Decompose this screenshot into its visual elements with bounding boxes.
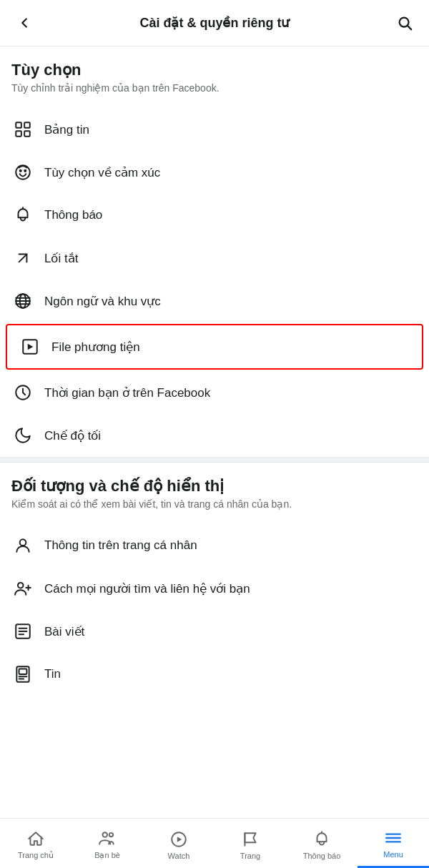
svg-point-6 [16, 165, 30, 179]
svg-rect-5 [24, 131, 30, 137]
trang-chu-nav-label: Trang chủ [18, 851, 54, 860]
trang-nav-label: Trang [240, 852, 260, 860]
nav-item-trang-chu[interactable]: Trang chủ [0, 819, 72, 868]
media-icon [19, 335, 41, 358]
watch-icon [169, 830, 188, 849]
header: Cài đặt & quyền riêng tư [0, 0, 429, 46]
profile-icon [11, 534, 34, 557]
menu-item-thoi-gian[interactable]: Thời gian bạn ở trên Facebook [0, 371, 429, 414]
thong-bao-label: Thông báo [44, 208, 102, 222]
menu-item-che-do-toi[interactable]: Chế độ tối [0, 414, 429, 457]
svg-rect-27 [19, 669, 27, 674]
che-do-toi-label: Chế độ tối [44, 428, 101, 443]
svg-point-7 [20, 170, 21, 172]
menu-item-bai-viet[interactable]: Bài viết [0, 610, 429, 653]
ban-be-nav-label: Bạn bè [94, 851, 120, 860]
section-title-doi-tuong: Đối tượng và chế độ hiển thị [11, 477, 418, 495]
shortcut-icon [11, 247, 34, 270]
nav-item-ban-be[interactable]: Bạn bè [72, 819, 143, 868]
menu-icon [384, 829, 403, 847]
menu-item-tuy-chon-cam-xuc[interactable]: Tùy chọn về cảm xúc [0, 151, 429, 194]
svg-rect-2 [16, 122, 21, 128]
thong-tin-ca-nhan-label: Thông tin trên trang cá nhân [44, 538, 197, 553]
home-icon [26, 829, 45, 848]
section-divider [0, 457, 429, 463]
page-title: Cài đặt & quyền riêng tư [37, 15, 392, 31]
menu-item-tin[interactable]: Tin [0, 653, 429, 696]
svg-point-18 [20, 539, 26, 546]
menu-nav-label: Menu [383, 850, 403, 859]
svg-point-19 [18, 583, 24, 588]
svg-line-1 [408, 26, 411, 29]
section-subtitle-doi-tuong: Kiểm soát ai có thể xem bài viết, tin và… [11, 498, 418, 510]
thong-bao-nav-label: Thông báo [303, 852, 341, 860]
loi-tat-label: Lối tắt [44, 251, 78, 266]
section-doi-tuong: Đối tượng và chế độ hiển thị Kiểm soát a… [0, 463, 429, 524]
bell-icon [11, 204, 34, 227]
bottom-nav: Trang chủ Bạn bè Watch [0, 818, 429, 868]
bell-nav-icon [312, 830, 331, 849]
add-friend-icon [11, 577, 34, 600]
news-feed-icon [11, 118, 34, 141]
cach-tim-kiem-label: Cách mọi người tìm và liên hệ với bạn [44, 581, 250, 596]
nav-item-trang[interactable]: Trang [214, 819, 286, 868]
ngon-ngu-label: Ngôn ngữ và khu vực [44, 294, 161, 309]
tin-label: Tin [44, 667, 61, 681]
svg-point-31 [109, 833, 113, 837]
section-title-tuy-chon: Tùy chọn [11, 61, 418, 79]
nav-item-menu[interactable]: Menu [358, 819, 429, 868]
post-icon [11, 620, 34, 643]
friends-icon [98, 829, 117, 848]
bai-viet-label: Bài viết [44, 624, 84, 639]
tuy-chon-cam-xuc-label: Tùy chọn về cảm xúc [44, 165, 160, 180]
bang-tin-label: Bảng tin [44, 122, 89, 137]
search-button[interactable] [392, 10, 418, 36]
svg-rect-4 [16, 131, 21, 137]
emoji-icon [11, 161, 34, 184]
thoi-gian-label: Thời gian bạn ở trên Facebook [44, 385, 210, 400]
svg-marker-33 [177, 837, 182, 842]
nav-item-watch[interactable]: Watch [143, 819, 214, 868]
file-phuong-tien-label: File phương tiện [51, 340, 140, 355]
menu-item-loi-tat[interactable]: Lối tắt [0, 237, 429, 280]
svg-marker-16 [28, 344, 34, 350]
globe-icon [11, 290, 34, 312]
menu-item-ngon-ngu[interactable]: Ngôn ngữ và khu vực [0, 280, 429, 322]
svg-point-8 [24, 170, 26, 172]
section-subtitle-tuy-chon: Tùy chỉnh trải nghiệm của bạn trên Faceb… [11, 82, 418, 94]
moon-icon [11, 424, 34, 447]
back-button[interactable] [11, 10, 37, 36]
clock-icon [11, 381, 34, 404]
section-tuy-chon: Tùy chọn Tùy chỉnh trải nghiệm của bạn t… [0, 46, 429, 108]
watch-nav-label: Watch [168, 852, 190, 860]
nav-item-thong-bao-nav[interactable]: Thông báo [286, 819, 358, 868]
svg-rect-3 [24, 122, 30, 128]
content: Tùy chọn Tùy chỉnh trải nghiệm của bạn t… [0, 46, 429, 753]
menu-item-file-phuong-tien[interactable]: File phương tiện [6, 324, 423, 370]
menu-item-cach-tim-kiem[interactable]: Cách mọi người tìm và liên hệ với bạn [0, 567, 429, 610]
flag-icon [241, 830, 260, 849]
menu-item-thong-bao[interactable]: Thông báo [0, 194, 429, 237]
story-icon [11, 663, 34, 686]
menu-item-bang-tin[interactable]: Bảng tin [0, 108, 429, 151]
svg-point-30 [103, 832, 108, 837]
menu-item-thong-tin-ca-nhan[interactable]: Thông tin trên trang cá nhân [0, 524, 429, 567]
